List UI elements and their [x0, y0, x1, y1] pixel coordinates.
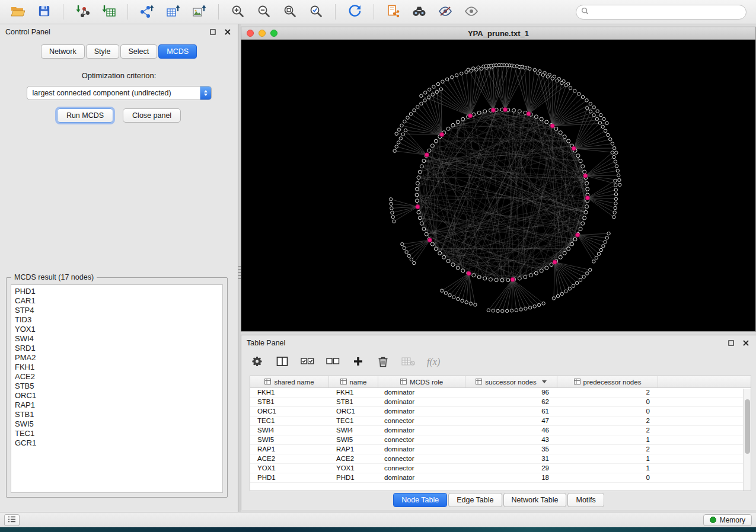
table-cell: ACE2: [250, 454, 329, 463]
table-row[interactable]: YOX1YOX1connector291: [250, 464, 751, 473]
float-table-panel-icon[interactable]: [726, 338, 736, 348]
tab-select[interactable]: Select: [120, 44, 158, 59]
table-cell: 1: [557, 435, 658, 444]
toolbar-separator: [127, 4, 128, 20]
zoom-fit-button[interactable]: [278, 2, 302, 21]
float-panel-icon[interactable]: [208, 27, 218, 37]
network-canvas[interactable]: [241, 40, 755, 331]
mcds-result-item[interactable]: FKH1: [15, 363, 222, 372]
table-cell: 46: [465, 426, 557, 435]
table-row[interactable]: PHD1PHD1dominator180: [250, 473, 751, 483]
refresh-network-button[interactable]: [343, 2, 366, 21]
mcds-result-item[interactable]: ORC1: [15, 391, 222, 400]
close-panel-button[interactable]: Close panel: [123, 108, 181, 123]
open-folder-icon: [10, 5, 25, 20]
table-cell: dominator: [378, 407, 465, 416]
table-scrollbar[interactable]: [743, 389, 751, 491]
column-header-shared-name[interactable]: shared name: [250, 376, 329, 387]
mcds-result-item[interactable]: STP4: [15, 306, 222, 315]
column-header-successor-nodes[interactable]: successor nodes: [465, 376, 557, 387]
table-row[interactable]: STB1STB1dominator620: [250, 398, 751, 407]
mcds-result-item[interactable]: SWI5: [15, 419, 222, 429]
tab-node-table[interactable]: Node Table: [393, 493, 447, 507]
table-settings-button[interactable]: [251, 354, 264, 370]
table-row[interactable]: TEC1TEC1connector472: [250, 416, 751, 426]
zoom-in-button[interactable]: [226, 2, 250, 21]
tab-network-table[interactable]: Network Table: [503, 493, 567, 507]
zoom-selected-icon: [309, 4, 323, 20]
toolbar-separator: [218, 4, 219, 20]
mcds-result-item[interactable]: TID3: [15, 315, 222, 325]
optimization-criterion-select[interactable]: largest connected component (undirected): [27, 86, 212, 100]
mcds-result-list[interactable]: PHD1CAR1STP4TID3YOX1SWI4SRD1PMA2FKH1ACE2…: [11, 284, 223, 493]
maximize-window-button[interactable]: [270, 30, 277, 37]
table-cell: ACE2: [329, 454, 378, 463]
combo-stepper-icon: [200, 86, 211, 100]
table-row[interactable]: SWI5SWI5connector431: [250, 435, 751, 445]
column-header-mcds-role[interactable]: MCDS role: [378, 376, 465, 387]
mcds-result-item[interactable]: STB1: [15, 410, 222, 419]
search-input[interactable]: [592, 8, 741, 16]
open-session-button[interactable]: [6, 2, 30, 21]
table-row[interactable]: FKH1FKH1dominator962: [250, 388, 751, 398]
close-window-button[interactable]: [247, 30, 254, 37]
scrollbar-thumb[interactable]: [745, 399, 750, 454]
memory-status-icon: [710, 517, 716, 523]
mcds-result-item[interactable]: RAP1: [15, 400, 222, 410]
table-cell: 62: [465, 398, 557, 406]
column-header-predecessor-nodes[interactable]: predecessor nodes: [557, 376, 658, 387]
table-row[interactable]: ACE2ACE2connector311: [250, 454, 751, 464]
zoom-selected-button[interactable]: [304, 2, 328, 21]
mcds-result-item[interactable]: GCR1: [15, 438, 222, 448]
gear-icon: [251, 355, 263, 369]
column-type-icon: [340, 379, 347, 386]
mcds-result-item[interactable]: STB5: [15, 382, 222, 391]
table-cell: SWI5: [250, 435, 329, 444]
close-panel-icon[interactable]: [223, 27, 232, 37]
tab-motifs[interactable]: Motifs: [567, 493, 604, 507]
delete-column-button[interactable]: [377, 354, 390, 370]
select-all-columns-button[interactable]: [301, 354, 314, 370]
import-table-button[interactable]: [97, 2, 120, 21]
export-image-button[interactable]: [187, 2, 211, 21]
show-columns-button[interactable]: [276, 354, 289, 370]
mcds-result-item[interactable]: PHD1: [15, 287, 222, 296]
table-row[interactable]: ORC1ORC1dominator610: [250, 407, 751, 416]
unselect-all-columns-button[interactable]: [326, 354, 340, 370]
find-button[interactable]: [407, 2, 431, 21]
mcds-result-item[interactable]: PMA2: [15, 353, 222, 363]
zoom-out-button[interactable]: [252, 2, 276, 21]
show-hide-graphics-button[interactable]: [460, 2, 483, 21]
open-network-in-browser-button[interactable]: [381, 2, 405, 21]
run-mcds-button[interactable]: Run MCDS: [57, 108, 113, 123]
minimize-window-button[interactable]: [259, 30, 266, 37]
table-row[interactable]: SWI4SWI4dominator462: [250, 426, 751, 435]
network-window-titlebar[interactable]: YPA_prune.txt_1: [241, 27, 755, 40]
column-type-icon: [264, 379, 271, 386]
mcds-result-item[interactable]: YOX1: [15, 325, 222, 334]
mcds-result-item[interactable]: TEC1: [15, 429, 222, 438]
control-panel-title: Control Panel: [5, 28, 50, 36]
mcds-result-item[interactable]: CAR1: [15, 296, 222, 306]
mcds-result-item[interactable]: SRD1: [15, 344, 222, 353]
mcds-result-item[interactable]: SWI4: [15, 334, 222, 344]
mcds-result-item[interactable]: ACE2: [15, 372, 222, 382]
close-table-panel-icon[interactable]: [741, 338, 751, 348]
tab-mcds[interactable]: MCDS: [158, 44, 197, 59]
level-of-detail-button[interactable]: [433, 2, 457, 21]
memory-button[interactable]: Memory: [703, 514, 752, 526]
save-session-button[interactable]: [32, 2, 56, 21]
export-table-button[interactable]: [161, 2, 185, 21]
tab-style[interactable]: Style: [86, 44, 119, 59]
import-network-button[interactable]: [71, 2, 94, 21]
column-header-name[interactable]: name: [329, 376, 378, 387]
node-table: shared name name MCDS role successor nod…: [250, 376, 751, 491]
create-column-button[interactable]: [352, 354, 365, 370]
tab-edge-table[interactable]: Edge Table: [448, 493, 502, 507]
export-network-button[interactable]: [135, 2, 159, 21]
show-log-button[interactable]: [4, 514, 20, 526]
memory-label: Memory: [720, 516, 745, 524]
table-row[interactable]: RAP1RAP1dominator352: [250, 445, 751, 454]
search-box[interactable]: [576, 5, 747, 20]
tab-network[interactable]: Network: [41, 44, 85, 59]
